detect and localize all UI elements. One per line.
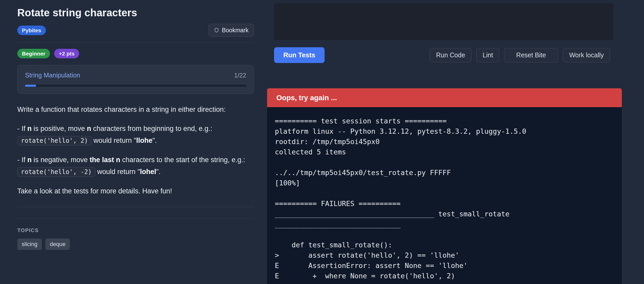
- learning-path-name[interactable]: String Manipulation: [25, 72, 80, 79]
- instruction-paragraph: Write a function that rotates characters…: [17, 104, 254, 115]
- console-line: def test_small_rotate():: [275, 240, 617, 250]
- code-editor-area[interactable]: [274, 3, 613, 40]
- meta-pills-row: Beginner +2 pts: [17, 49, 254, 58]
- difficulty-badge: Beginner: [17, 49, 50, 58]
- text-fragment: lohel: [140, 168, 156, 176]
- bookmark-button[interactable]: Bookmark: [209, 24, 254, 37]
- progress-bar-fill: [25, 85, 36, 87]
- run-tests-button[interactable]: Run Tests: [274, 47, 325, 63]
- console-line: [100%]: [275, 178, 617, 188]
- text-fragment: is positive, move: [32, 125, 87, 132]
- console-line: ========== FAILURES ==========: [275, 199, 617, 209]
- instruction-paragraph: - If n is positive, move n characters fr…: [17, 123, 254, 147]
- text-fragment: n: [27, 156, 32, 164]
- progress-bar-track: [25, 85, 246, 87]
- text-fragment: would return ": [95, 168, 140, 176]
- divider: [17, 42, 254, 43]
- text-fragment: would return ": [92, 137, 136, 144]
- bookmark-label: Bookmark: [222, 27, 249, 34]
- console-line: > assert rotate('hello', 2) == 'llohe': [275, 250, 617, 261]
- console-line: E + where None = rotate('hello', 2): [275, 271, 617, 281]
- text-fragment: characters from beginning to end, e.g.:: [91, 125, 212, 132]
- divider: [17, 207, 254, 207]
- topic-tag-deque[interactable]: deque: [45, 239, 70, 250]
- learning-path-card[interactable]: String Manipulation 1/22: [17, 65, 254, 94]
- text-fragment: llohe: [136, 137, 152, 144]
- console-line: ========== test session starts =========…: [275, 116, 617, 126]
- console-line: ../../tmp/tmp5oi45px0/test_rotate.py FFF…: [275, 168, 617, 178]
- exercise-description-panel: Rotate string characters Pybites Bookmar…: [0, 0, 261, 284]
- console-line: platform linux -- Python 3.12.12, pytest…: [275, 126, 617, 137]
- secondary-actions: Run Code Lint Reset Bite Work locally: [430, 48, 610, 62]
- learning-path-progress-count: 1/22: [234, 72, 246, 79]
- text-fragment: n: [27, 125, 32, 132]
- console-line: [275, 157, 617, 168]
- editor-toolbar: Run Tests Run Code Lint Reset Bite Work …: [274, 47, 610, 63]
- instruction-paragraph: Take a look at the tests for more detail…: [17, 185, 254, 197]
- console-line: ______________________________________ t…: [275, 209, 617, 219]
- console-line: collected 5 items: [275, 147, 617, 157]
- topic-tag-slicing[interactable]: slicing: [17, 239, 42, 250]
- instruction-paragraph: - If n is negative, move the last n char…: [17, 154, 254, 178]
- text-fragment: - If: [17, 156, 27, 164]
- badge-row: Pybites Bookmark: [17, 24, 254, 37]
- exercise-instructions: Write a function that rotates characters…: [17, 104, 254, 197]
- page-title: Rotate string characters: [17, 6, 254, 19]
- text-fragment: - If: [17, 125, 27, 132]
- reset-bite-button[interactable]: Reset Bite: [504, 48, 558, 62]
- inline-code-snippet: rotate('hello', -2): [17, 167, 95, 177]
- learning-path-header: String Manipulation 1/22: [25, 72, 246, 79]
- text-fragment: is negative, move: [32, 156, 90, 164]
- lint-button[interactable]: Lint: [476, 48, 499, 62]
- console-line: [275, 230, 617, 240]
- text-fragment: the last n: [90, 156, 120, 164]
- topics-heading: TOPICS: [17, 227, 254, 233]
- shield-icon: [214, 27, 219, 33]
- console-line: ______________________________: [275, 219, 617, 230]
- inline-code-snippet: rotate('hello', 2): [17, 136, 92, 145]
- test-failure-banner: Oops, try again ...: [267, 88, 622, 107]
- run-code-button[interactable]: Run Code: [430, 48, 472, 62]
- points-badge: +2 pts: [54, 49, 79, 58]
- test-output-console: ========== test session starts =========…: [267, 107, 622, 284]
- code-and-results-panel: Run Tests Run Code Lint Reset Bite Work …: [267, 0, 622, 284]
- console-line: rootdir: /tmp/tmp5oi45px0: [275, 137, 617, 147]
- platform-badge[interactable]: Pybites: [17, 26, 46, 35]
- text-fragment: ".: [152, 137, 157, 144]
- text-fragment: n: [87, 125, 91, 132]
- topics-row: slicing deque: [17, 239, 254, 250]
- pybites-exercise-page: Rotate string characters Pybites Bookmar…: [0, 0, 644, 284]
- console-line: E AssertionError: assert None == 'llohe': [275, 261, 617, 271]
- text-fragment: characters to the start of the string, e…: [120, 156, 245, 164]
- divider: [17, 218, 254, 219]
- text-fragment: ".: [156, 168, 161, 176]
- work-locally-button[interactable]: Work locally: [563, 48, 610, 62]
- console-line: [275, 188, 617, 199]
